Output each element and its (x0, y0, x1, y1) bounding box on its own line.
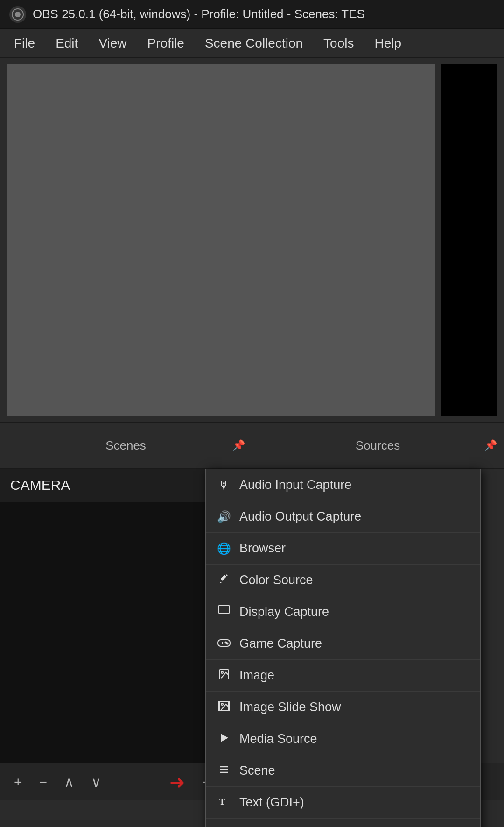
svg-point-1 (15, 12, 21, 17)
menu-tools[interactable]: Tools (314, 31, 363, 56)
ctx-text-gdi[interactable]: T Text (GDI+) (206, 787, 480, 819)
ctx-label-audio-output-capture: Audio Output Capture (239, 509, 361, 524)
menu-profile[interactable]: Profile (138, 31, 194, 56)
ctx-vlc-video-source[interactable]: VLC Video Source (206, 819, 480, 827)
svg-rect-14 (218, 702, 220, 710)
red-arrow-icon: ➜ (169, 771, 185, 793)
preview-area (0, 58, 504, 422)
move-scene-down-button[interactable]: ∨ (86, 771, 106, 793)
move-scene-up-button[interactable]: ∧ (59, 771, 79, 793)
panels-row: Scenes 📌 Sources 📌 (0, 422, 504, 469)
ctx-label-color-source: Color Source (239, 573, 313, 587)
svg-point-13 (221, 703, 223, 705)
scenes-panel: CAMERA (0, 469, 215, 800)
image-icon (217, 669, 231, 683)
sources-panel-header: Sources 📌 (252, 423, 504, 468)
ctx-browser[interactable]: 🌐 Browser (206, 533, 480, 565)
ctx-image-slide-show[interactable]: Image Slide Show (206, 692, 480, 723)
window-title: OBS 25.0.1 (64-bit, windows) - Profile: … (33, 7, 365, 21)
menu-file[interactable]: File (5, 31, 44, 56)
scenes-pin-icon: 📌 (232, 439, 245, 452)
scenes-label: Scenes (105, 438, 146, 453)
paint-icon (217, 573, 231, 587)
menu-scene-collection[interactable]: Scene Collection (196, 31, 312, 56)
monitor-icon (217, 605, 231, 619)
ctx-label-media-source: Media Source (239, 732, 317, 746)
ctx-label-image-slide-show: Image Slide Show (239, 700, 341, 714)
menu-bar: File Edit View Profile Scene Collection … (0, 29, 504, 58)
scenes-content (0, 502, 214, 777)
play-icon (217, 733, 231, 746)
ctx-audio-input-capture[interactable]: 🎙 Audio Input Capture (206, 469, 480, 501)
ctx-scene[interactable]: Scene (206, 755, 480, 787)
ctx-label-scene: Scene (239, 763, 275, 778)
ctx-media-source[interactable]: Media Source (206, 723, 480, 755)
slideshow-icon (217, 700, 231, 714)
ctx-display-capture[interactable]: Display Capture (206, 596, 480, 628)
svg-text:T: T (219, 797, 225, 806)
ctx-game-capture[interactable]: Game Capture (206, 628, 480, 660)
ctx-label-text-gdi: Text (GDI+) (239, 795, 304, 810)
list-icon (217, 764, 231, 778)
lower-area: CAMERA 🎙 Audio Input Capture 🔊 Audio Out… (0, 469, 504, 800)
scene-item-camera[interactable]: CAMERA (0, 469, 214, 502)
ctx-label-game-capture: Game Capture (239, 636, 322, 651)
mic-icon: 🎙 (217, 479, 231, 492)
menu-edit[interactable]: Edit (46, 31, 87, 56)
obs-logo (9, 6, 26, 23)
ctx-label-audio-input-capture: Audio Input Capture (239, 478, 351, 492)
context-menu: 🎙 Audio Input Capture 🔊 Audio Output Cap… (205, 469, 481, 827)
title-bar: OBS 25.0.1 (64-bit, windows) - Profile: … (0, 0, 504, 29)
menu-view[interactable]: View (89, 31, 136, 56)
svg-rect-2 (218, 606, 230, 613)
scenes-panel-header: Scenes 📌 (0, 423, 252, 468)
ctx-label-display-capture: Display Capture (239, 605, 329, 619)
ctx-label-browser: Browser (239, 541, 286, 556)
sources-pin-icon: 📌 (484, 439, 497, 452)
sources-label: Sources (356, 438, 400, 453)
globe-icon: 🌐 (217, 542, 231, 555)
preview-main (7, 64, 435, 416)
svg-point-11 (221, 671, 223, 673)
gamepad-icon (217, 637, 231, 650)
text-icon: T (217, 796, 231, 809)
svg-point-9 (227, 643, 228, 644)
svg-marker-16 (221, 734, 228, 742)
svg-rect-15 (228, 702, 230, 710)
speaker-icon: 🔊 (217, 510, 231, 523)
remove-scene-button[interactable]: − (35, 771, 52, 793)
preview-side (441, 64, 497, 416)
ctx-image[interactable]: Image (206, 660, 480, 692)
ctx-color-source[interactable]: Color Source (206, 565, 480, 596)
ctx-audio-output-capture[interactable]: 🔊 Audio Output Capture (206, 501, 480, 533)
add-scene-button[interactable]: + (9, 771, 27, 793)
ctx-label-image: Image (239, 668, 274, 683)
menu-help[interactable]: Help (365, 31, 411, 56)
